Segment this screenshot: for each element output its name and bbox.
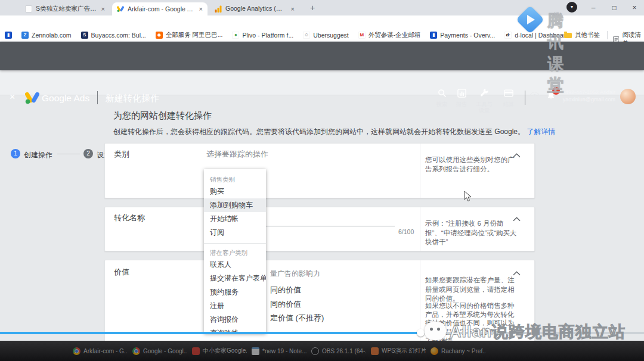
chrome-icon	[132, 347, 140, 355]
page-icon	[25, 5, 32, 13]
category-dropdown-menu: 销售类别购买添加到购物车开始结帐订阅潜在客户类别联系人提交潜在客户表单预约服务注…	[204, 169, 266, 334]
value-option-2[interactable]: 同的价值	[270, 299, 301, 310]
report-icon	[457, 89, 466, 98]
dropdown-option[interactable]: 开始结帐	[204, 212, 266, 226]
divider	[607, 31, 608, 39]
taskbar-item[interactable]: WPS演示 幻灯片...	[371, 347, 426, 355]
browser-toolbar: ← → ↻ ads.google.com/aw/conversions/new?…	[0, 15, 644, 29]
brand-title: Google Ads	[42, 93, 89, 104]
new-tab-button[interactable]: +	[308, 3, 317, 13]
taskbar-item[interactable]: *new 19 - Note...	[252, 347, 306, 355]
google-ads-favicon	[117, 5, 124, 13]
bookmarks-row: ▮ZZennolab.comSBuyaccs.com: Bul...◆全部服务 …	[5, 31, 569, 39]
bookmarks-overflow-chevron[interactable]: »	[553, 32, 557, 39]
page-title: 新建转化操作	[106, 93, 159, 104]
bookmark-favicon: Z	[21, 32, 29, 39]
window-close-button[interactable]: ×	[626, 0, 643, 15]
bookmark-label: 外贸参谋-企业邮箱	[369, 31, 421, 39]
learn-more-link[interactable]: 了解详情	[527, 127, 555, 136]
window-minimize-button[interactable]: –	[585, 0, 602, 15]
category-select[interactable]: 选择要跟踪的操作	[206, 149, 268, 160]
divider	[420, 207, 420, 251]
taskbar-item-label: OBS 26.1.1 (64-...	[322, 348, 366, 354]
chevron-up-icon[interactable]	[513, 267, 521, 278]
menu-divider	[204, 243, 266, 244]
bookmark-item[interactable]: ●Plivo - Platform f...	[232, 32, 293, 39]
google-ads-header: × Google Ads 新建转化操作 搜索 报告 工具与设置 结算 ? !	[0, 42, 644, 70]
bookmark-item[interactable]: d·d-local | Dashboard	[504, 32, 569, 39]
taskbar-item[interactable]: Arkfair-com - G...	[73, 347, 128, 355]
wps-icon	[192, 347, 200, 355]
divider	[420, 144, 420, 198]
account-info[interactable]: 492-447-1052 Arkfair yaoxinlun@gmail.com	[555, 89, 615, 103]
browser-tab-analytics[interactable]: Google Analytics (分析) ×	[210, 2, 299, 15]
screen: S类独立站卖家广告投放课程 × Arkfair-com - Google Ads…	[0, 0, 644, 361]
other-bookmarks-button[interactable]: 其他书签	[564, 31, 600, 39]
window-maximize-button[interactable]: □	[606, 0, 623, 15]
dropdown-option[interactable]: 提交潜在客户表单	[204, 272, 266, 285]
bookmark-favicon: ◆	[156, 32, 163, 39]
browser-tab-google-ads[interactable]: Arkfair-com - Google Ads ×	[112, 2, 208, 15]
value-help-text-2: 如果您以不同的价格销售多种产品，并希望系统为每次转化统计的价值也不同，则可以为每…	[425, 301, 517, 336]
nav-billing[interactable]: 结算	[497, 89, 521, 107]
close-icon[interactable]: ×	[10, 92, 15, 102]
bookmark-item[interactable]: ▮	[5, 32, 12, 39]
obs-icon	[311, 347, 319, 355]
taskbar-item[interactable]: OBS 26.1.1 (64-...	[311, 347, 366, 355]
bookmark-item[interactable]: ◆全部服务 阿里巴巴...	[156, 31, 223, 39]
taskbar-item-label: WPS演示 幻灯片...	[382, 347, 426, 355]
dropdown-option[interactable]: 注册	[204, 299, 266, 313]
help-icon[interactable]: ?	[530, 92, 540, 102]
firefox-icon	[431, 347, 438, 355]
value-label: 价值	[114, 267, 129, 278]
step-1-label: 创建操作	[24, 150, 52, 160]
value-option-1[interactable]: 同的价值	[270, 285, 301, 295]
avatar[interactable]	[620, 89, 636, 104]
nav-reports[interactable]: 报告	[450, 89, 473, 107]
close-tab-icon[interactable]: ×	[199, 5, 203, 13]
bookmark-favicon: M	[358, 32, 366, 39]
char-counter: 6/100	[398, 228, 414, 235]
dropdown-option[interactable]: 预约服务	[204, 285, 266, 299]
taskbar-item[interactable]: Google - Googl...	[132, 347, 187, 355]
category-help-text: 您可以使用这些类别对您的广告系列报告进行细分。	[425, 155, 517, 174]
close-tab-icon[interactable]: ×	[101, 5, 105, 13]
bookmark-item[interactable]: ☺Ubersuggest	[303, 32, 349, 39]
dropdown-option[interactable]: 咨询报价	[204, 313, 266, 326]
wrench-icon	[480, 89, 489, 98]
value-option-3[interactable]: 定价值 (不推荐)	[270, 313, 324, 323]
value-intro-text: 量广告的影响力	[270, 269, 320, 279]
chevron-up-icon[interactable]	[513, 213, 521, 224]
video-progress-track[interactable]	[0, 332, 644, 334]
dropdown-option[interactable]: 购买	[204, 185, 266, 198]
video-progress-handle[interactable]	[417, 329, 425, 337]
taskbar-item-label: *new 19 - Note...	[262, 348, 306, 354]
bookmark-item[interactable]: ZZennolab.com	[21, 32, 72, 39]
conversion-name-help-text: 示例：“注册接收 6 月份简报”、“申请经理岗位”或“购买大块饼干”	[425, 219, 517, 247]
dropdown-option[interactable]: 添加到购物车	[204, 198, 266, 212]
wpp-icon	[371, 347, 379, 355]
billing-card-icon	[504, 89, 513, 98]
bookmark-item[interactable]: ▮Payments - Overv...	[430, 32, 495, 39]
taskbar-item[interactable]: Rachany ~ Pref...	[431, 347, 485, 355]
taskbar-item[interactable]: 中小卖家Google...	[192, 347, 247, 355]
browser-tab-course[interactable]: S类独立站卖家广告投放课程 ×	[20, 2, 110, 15]
windows-taskbar-items: Arkfair-com - G...Google - Googl...中小卖家G…	[73, 341, 485, 361]
bookmark-favicon: ▮	[430, 32, 437, 39]
bookmark-label: Payments - Overv...	[440, 32, 495, 39]
player-popover-button[interactable]: ▾	[566, 2, 577, 13]
chevron-up-icon[interactable]	[513, 150, 521, 160]
dropdown-option[interactable]: 联系人	[204, 258, 266, 272]
bookmark-item[interactable]: M外贸参谋-企业邮箱	[358, 31, 421, 39]
bookmark-label: 全部服务 阿里巴巴...	[166, 31, 223, 39]
tab-title: Google Analytics (分析)	[225, 5, 287, 13]
step-1-circle[interactable]: 1	[11, 149, 20, 158]
dropdown-option[interactable]: 订阅	[204, 226, 266, 239]
step-2-circle[interactable]: 2	[83, 149, 93, 158]
bookmark-label: Ubersuggest	[313, 32, 349, 39]
value-card: 价值 量广告的影响力 同的价值 同的价值 定价值 (不推荐) 如果您要跟踪潜在客…	[104, 260, 535, 343]
dropdown-group-header: 潜在客户类别	[204, 247, 266, 258]
nav-tools-settings[interactable]: 工具与设置	[474, 89, 494, 113]
close-tab-icon[interactable]: ×	[291, 5, 295, 13]
bookmark-item[interactable]: SBuyaccs.com: Bul...	[81, 32, 146, 39]
